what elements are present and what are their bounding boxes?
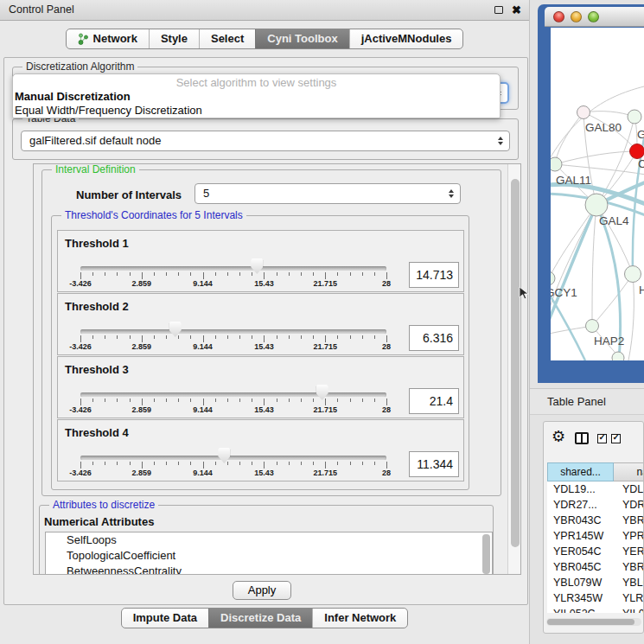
vertical-scrollbar[interactable]	[507, 164, 520, 574]
scrollbar-thumb[interactable]	[511, 179, 520, 547]
tab-select[interactable]: Select	[199, 29, 255, 48]
table-row[interactable]: YLR345WYLR345W	[547, 590, 644, 606]
threshold-value-field[interactable]: 21.4	[409, 388, 459, 414]
list-scrollbar[interactable]	[482, 534, 490, 574]
threshold-4-panel: Threshold 4 -3.4262.8599.14415.4321.7152…	[57, 419, 464, 481]
threshold-value-field[interactable]: 11.344	[409, 451, 459, 477]
node-label: C	[638, 157, 644, 170]
table-row[interactable]: YBL079WYBL079W	[547, 575, 644, 590]
checkbox-icon[interactable]	[597, 434, 607, 443]
network-edge[interactable]	[592, 205, 596, 326]
dropdown-option-manual[interactable]: Manual Discretization	[13, 90, 500, 104]
table-row[interactable]: YER054CYER054C	[547, 544, 644, 559]
threshold-2-slider: -3.4262.8599.14415.4321.71528	[58, 294, 463, 354]
cell-name[interactable]: YDL19	[614, 481, 644, 497]
scrollbar-thumb[interactable]	[547, 619, 634, 625]
cell-name[interactable]: YLR345W	[614, 590, 644, 606]
threshold-3-slider: -3.4262.8599.14415.4321.71528	[58, 357, 463, 418]
cell-shared-name[interactable]: YIL052C	[547, 606, 614, 613]
table-data-combobox[interactable]: galFiltered.sif default node	[21, 131, 510, 151]
scale-label: -3.426	[69, 469, 92, 477]
column-header-shared-name[interactable]: shared...	[547, 462, 614, 481]
network-window-titlebar[interactable]	[545, 7, 644, 27]
network-node[interactable]	[585, 194, 608, 216]
table-row[interactable]: YDL19...YDL19	[547, 481, 644, 497]
number-of-intervals-combobox[interactable]: 5	[194, 183, 461, 204]
network-node[interactable]	[551, 271, 555, 285]
list-item[interactable]: BetweennessCentrality	[46, 564, 492, 575]
tab-impute-data[interactable]: Impute Data	[122, 609, 208, 628]
column-header-name[interactable]: name	[614, 462, 644, 481]
cyni-toolbox-panel: Discretization Algorithm Select algorith…	[3, 57, 528, 605]
tab-discretize-data[interactable]: Discretize Data	[208, 609, 312, 628]
table-row[interactable]: YBR043CYBR043C	[547, 513, 644, 528]
cell-shared-name[interactable]: YBR045C	[547, 559, 614, 575]
list-item[interactable]: TopologicalCoefficient	[46, 548, 492, 564]
zoom-traffic-light[interactable]	[588, 11, 599, 22]
tab-style[interactable]: Style	[149, 29, 199, 48]
close-traffic-light[interactable]	[553, 11, 564, 22]
table-row[interactable]: YIL052CYIL052C	[547, 606, 644, 613]
slider-track[interactable]	[80, 392, 386, 397]
dropdown-option-equal-width[interactable]: Equal Width/Frequency Discretization	[13, 104, 500, 118]
node-label: H	[639, 284, 644, 296]
network-node[interactable]	[586, 320, 599, 333]
slider-track[interactable]	[80, 456, 386, 460]
network-node[interactable]	[628, 110, 641, 124]
apply-button[interactable]: Apply	[233, 581, 291, 600]
network-edge[interactable]	[592, 274, 633, 326]
numerical-attributes-list: SelfLoops TopologicalCoefficient Between…	[45, 532, 493, 575]
threshold-value-field[interactable]: 14.713	[409, 262, 459, 288]
tab-cyni-toolbox[interactable]: Cyni Toolbox	[255, 29, 348, 48]
cell-shared-name[interactable]: YDL19...	[547, 481, 614, 497]
network-edge[interactable]	[628, 274, 634, 360]
cell-name[interactable]: YBR045C	[614, 559, 644, 575]
slider-track[interactable]	[80, 266, 386, 271]
table-row[interactable]: YBR045CYBR045C	[547, 559, 644, 575]
cell-shared-name[interactable]: YDR27...	[547, 497, 614, 513]
panel-title: Control Panel	[9, 0, 74, 20]
network-canvas[interactable]: GAL80GACGAL11GAL4GCY1HHAP2	[551, 28, 644, 360]
cell-name[interactable]: YIL052C	[614, 606, 644, 613]
split-view-icon[interactable]	[575, 432, 589, 444]
gear-icon[interactable]: ⚙	[552, 429, 565, 444]
network-icon	[78, 33, 89, 45]
horizontal-scrollbar[interactable]	[546, 618, 641, 626]
table-rows: YDL19...YDL19YDR27...YDR27YBR043CYBR043C…	[547, 481, 644, 613]
network-node[interactable]	[630, 144, 644, 159]
checkbox-icon[interactable]	[611, 434, 621, 443]
network-edge[interactable]	[555, 151, 637, 164]
tab-jactivemnodules[interactable]: jActiveMNodules	[349, 29, 463, 48]
cell-name[interactable]: YER054C	[614, 544, 644, 559]
cell-name[interactable]: YBR043C	[614, 513, 644, 528]
list-item[interactable]: SelfLoops	[46, 532, 492, 548]
network-edge[interactable]	[551, 205, 596, 278]
cell-shared-name[interactable]: YBL079W	[547, 575, 614, 590]
network-node[interactable]	[625, 266, 641, 283]
control-panel-titlebar: Control Panel ✖	[0, 0, 529, 21]
network-node[interactable]	[612, 352, 624, 360]
slider-track[interactable]	[80, 329, 386, 334]
node-label: GAL11	[556, 174, 591, 187]
table-row[interactable]: YDR27...YDR27	[547, 497, 644, 513]
scale-label: 9.144	[193, 405, 213, 414]
cell-shared-name[interactable]: YLR345W	[547, 590, 614, 606]
slider-scale-labels: -3.4262.8599.14415.4321.71528	[58, 469, 463, 479]
float-icon[interactable]	[494, 6, 503, 14]
network-node[interactable]	[577, 106, 590, 119]
cell-name[interactable]: YDR27	[614, 497, 644, 513]
table-row[interactable]: YPR145WYPR145W	[547, 528, 644, 544]
cell-shared-name[interactable]: YBR043C	[547, 513, 614, 528]
settings-scrollpane: Interval Definition Number of Intervals …	[33, 163, 521, 575]
close-icon[interactable]: ✖	[512, 3, 521, 18]
cell-shared-name[interactable]: YER054C	[547, 544, 614, 559]
tab-infer-network[interactable]: Infer Network	[312, 609, 407, 628]
cell-name[interactable]: YBL079W	[614, 575, 644, 590]
network-node[interactable]	[551, 157, 562, 171]
tab-network[interactable]: Network	[67, 29, 149, 48]
minimize-traffic-light[interactable]	[571, 11, 582, 22]
cell-shared-name[interactable]: YPR145W	[547, 528, 614, 544]
cell-name[interactable]: YPR145W	[614, 528, 644, 544]
tab-label: Cyni Toolbox	[267, 29, 337, 48]
threshold-value-field[interactable]: 6.316	[409, 325, 459, 351]
